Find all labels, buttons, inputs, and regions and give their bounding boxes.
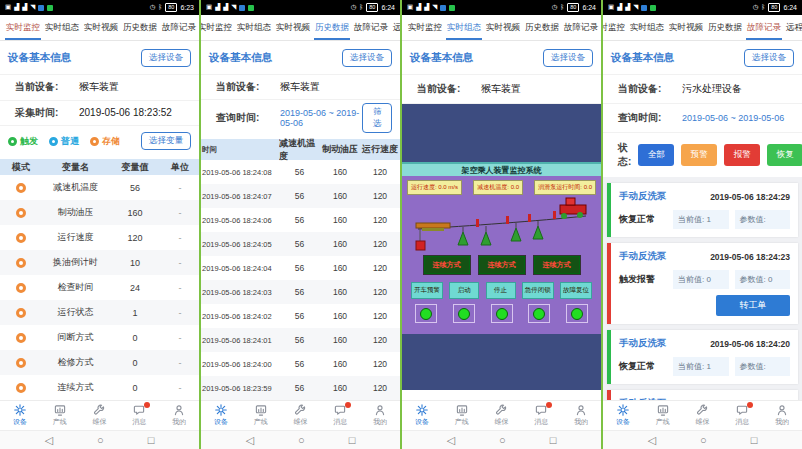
nav-item-device[interactable]: 设备	[407, 404, 437, 427]
tab-realtime-video[interactable]: 实时视频	[668, 15, 704, 40]
tab-history-data[interactable]: 历史数据	[122, 15, 158, 40]
tab-realtime-monitor[interactable]: 实时监控	[201, 15, 233, 40]
filter-button[interactable]: 筛选	[362, 103, 392, 133]
nav-item-production-line[interactable]: 产线	[246, 404, 276, 427]
nav-item-messages[interactable]: 消息	[526, 404, 556, 427]
tab-fault-record[interactable]: 故障记录	[161, 15, 197, 40]
app-notification-icon	[440, 5, 446, 11]
tab-realtime-monitor[interactable]: 实时监控	[5, 15, 41, 40]
fault-card-mid: 恢复正常 当前值: 1 参数值:	[619, 210, 790, 229]
nav-item-messages[interactable]: 消息	[124, 404, 154, 427]
device-label: 当前设备:	[417, 82, 481, 96]
nav-item-device[interactable]: 设备	[5, 404, 35, 427]
nav-item-messages[interactable]: 消息	[727, 404, 757, 427]
control-button[interactable]: 停止	[486, 282, 516, 299]
select-device-button[interactable]: 选择设备	[744, 49, 794, 67]
nav-item-maintenance[interactable]: 维保	[84, 404, 114, 427]
wifi-icon: ◥	[633, 4, 638, 11]
android-home-button[interactable]: ○	[700, 435, 707, 446]
control-button[interactable]: 急停闭锁	[522, 282, 554, 299]
mode-button[interactable]: 连续方式	[424, 256, 470, 274]
status-filter-button[interactable]: 全部	[638, 144, 674, 166]
tab-realtime-config[interactable]: 实时组态	[446, 15, 482, 40]
tab-realtime-video[interactable]: 实时视频	[83, 15, 119, 40]
tab-realtime-monitor[interactable]: 实时监控	[603, 15, 626, 40]
phone-screen-realtime-monitor: ▣ ▟ ▟ ◥ ◷ ᛒ 80 6:23 实时监控 实时组态 实时视频 历史数据 …	[0, 0, 199, 449]
fault-card[interactable]: 手动反洗泵 2019-05-06 18:24:17 触发报警 当前值: 0 参数…	[607, 390, 798, 400]
signal-icon: ▟	[416, 4, 421, 11]
nav-item-production-line[interactable]: 产线	[447, 404, 477, 427]
query-time-value[interactable]: 2019-05-06 ~ 2019-05-06	[280, 108, 362, 128]
tab-realtime-config[interactable]: 实时组态	[629, 15, 665, 40]
status-left-icons: ▣ ▟ ▟ ◥	[407, 4, 455, 11]
tab-fault-record[interactable]: 故障记录	[353, 15, 389, 40]
android-home-button[interactable]: ○	[97, 435, 104, 446]
nav-label: 设备	[616, 417, 630, 427]
android-recents-button[interactable]: □	[349, 435, 356, 446]
tab-realtime-video[interactable]: 实时视频	[275, 15, 311, 40]
android-back-button[interactable]: ◁	[45, 435, 53, 446]
fault-card[interactable]: 手动反洗泵 2019-05-06 18:24:23 触发报警 当前值: 0 参数…	[607, 243, 798, 324]
param-value-field: 参数值:	[735, 210, 791, 229]
create-work-order-button[interactable]: 转工单	[716, 295, 790, 316]
nav-item-maintenance[interactable]: 维保	[486, 404, 516, 427]
android-home-button[interactable]: ○	[499, 435, 506, 446]
nav-item-mine[interactable]: 我的	[767, 404, 797, 427]
fault-card[interactable]: 手动反洗泵 2019-05-06 18:24:20 恢复正常 当前值: 1 参数…	[607, 330, 798, 384]
tab-realtime-video[interactable]: 实时视频	[485, 15, 521, 40]
nav-item-mine[interactable]: 我的	[365, 404, 395, 427]
status-filter-button[interactable]: 报警	[724, 144, 760, 166]
mode-button[interactable]: 连续方式	[479, 256, 525, 274]
android-recents-button[interactable]: □	[148, 435, 155, 446]
tab-realtime-monitor[interactable]: 实时监控	[407, 15, 443, 40]
tab-history-data[interactable]: 历史数据	[707, 15, 743, 40]
tab-remote-control[interactable]: 远程控制	[785, 15, 802, 40]
control-button[interactable]: 故障复位	[560, 282, 592, 299]
tab-realtime-config[interactable]: 实时组态	[236, 15, 272, 40]
android-recents-button[interactable]: □	[751, 435, 758, 446]
nav-item-messages[interactable]: 消息	[325, 404, 355, 427]
android-back-button[interactable]: ◁	[648, 435, 656, 446]
legend-trigger: 触发	[8, 135, 38, 148]
android-back-button[interactable]: ◁	[246, 435, 254, 446]
nav-item-device[interactable]: 设备	[608, 404, 638, 427]
nav-item-production-line[interactable]: 产线	[45, 404, 75, 427]
mode-button[interactable]: 连续方式	[534, 256, 580, 274]
row-pressure: 160	[320, 359, 360, 369]
tab-remote-control[interactable]: 远程控制	[392, 15, 400, 40]
android-home-button[interactable]: ○	[298, 435, 305, 446]
nav-item-mine[interactable]: 我的	[566, 404, 596, 427]
android-recents-button[interactable]: □	[550, 435, 557, 446]
tab-history-data[interactable]: 历史数据	[524, 15, 560, 40]
select-variable-button[interactable]: 选择变量	[141, 132, 191, 150]
variable-value: 0	[109, 358, 161, 368]
nav-item-maintenance[interactable]: 维保	[285, 404, 315, 427]
blue-dot-icon	[49, 137, 58, 146]
alarm-clock-icon: ◷	[351, 4, 357, 11]
tab-realtime-config[interactable]: 实时组态	[44, 15, 80, 40]
nav-item-device[interactable]: 设备	[206, 404, 236, 427]
tab-fault-record[interactable]: 故障记录	[563, 15, 599, 40]
status-filter-button[interactable]: 预警	[681, 144, 717, 166]
tab-fault-record[interactable]: 故障记录	[746, 15, 782, 40]
status-filter-button[interactable]: 恢复	[767, 144, 802, 166]
select-device-button[interactable]: 选择设备	[141, 49, 191, 67]
nav-item-production-line[interactable]: 产线	[648, 404, 678, 427]
severity-band	[607, 243, 611, 324]
nav-item-maintenance[interactable]: 维保	[687, 404, 717, 427]
status-filter-buttons: 全部 预警 报警 恢复	[638, 144, 802, 166]
tab-history-data[interactable]: 历史数据	[314, 15, 350, 40]
android-back-button[interactable]: ◁	[447, 435, 455, 446]
select-device-button[interactable]: 选择设备	[342, 49, 392, 67]
control-button[interactable]: 启动	[449, 282, 479, 299]
android-nav-bar: ◁ ○ □	[201, 430, 400, 449]
control-button[interactable]: 开车预警	[411, 282, 443, 299]
status-left-icons: ▣ ▟ ▟ ◥	[5, 4, 53, 11]
nav-label: 维保	[92, 417, 106, 427]
select-device-button[interactable]: 选择设备	[543, 49, 593, 67]
variable-unit: -	[161, 333, 199, 343]
query-time-value[interactable]: 2019-05-06 ~ 2019-05-06	[682, 113, 784, 123]
signal-icon: ▟	[22, 4, 27, 11]
fault-card[interactable]: 手动反洗泵 2019-05-06 18:24:29 恢复正常 当前值: 1 参数…	[607, 183, 798, 237]
nav-item-mine[interactable]: 我的	[164, 404, 194, 427]
